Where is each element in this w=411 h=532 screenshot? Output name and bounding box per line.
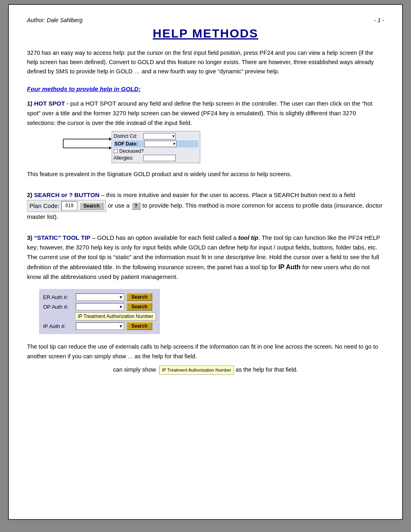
sof-dropdown[interactable]: ▼ xyxy=(144,141,176,147)
op-auth-row: OP Auth #: ▼ Search xyxy=(43,303,156,311)
author-text: Author: Dale Sahlberg xyxy=(27,17,83,23)
sof-dropdown-arrow-icon: ▼ xyxy=(172,142,176,146)
op-search-button[interactable]: Search xyxy=(127,303,152,311)
form-row-allergies: Allergies: xyxy=(114,155,198,161)
sof-label: SOF Date: xyxy=(114,141,143,147)
ip-search-button[interactable]: Search xyxy=(127,322,152,330)
form-row-sof: SOF Date: ▼ xyxy=(114,140,198,148)
district-dropdown[interactable]: ▼ xyxy=(143,133,176,139)
tooltip-row: IP Treatment Authorization Number xyxy=(73,312,156,320)
method-3-bold: IP Auth xyxy=(278,264,301,270)
er-auth-input[interactable]: ▼ xyxy=(76,293,124,301)
method-3-text: – GOLD has an option available for each … xyxy=(92,234,238,241)
tooltip-indicator: … xyxy=(128,353,133,360)
insurance-demo: ER Auth #: ▼ Search OP Auth #: ▼ Search xyxy=(39,289,160,334)
inline-tooltip-example: IP Treatment Authorization Number xyxy=(159,366,234,375)
deceased-checkbox[interactable] xyxy=(114,149,118,153)
method-1-text: - put a HOT SPOT around any field and de… xyxy=(27,100,372,126)
method-2-text2: or use a xyxy=(108,202,129,209)
er-search-button[interactable]: Search xyxy=(127,293,152,301)
method-3-number: 3) xyxy=(27,234,32,241)
er-auth-row: ER Auth #: ▼ Search xyxy=(43,293,156,301)
tooltip-note-text1: The tool tip can reduce the use of exter… xyxy=(27,343,378,359)
allergies-label: Allergies: xyxy=(114,155,142,161)
method-3-block: 3) “STATIC” TOOL TIP – GOLD has an optio… xyxy=(27,233,384,375)
district-label: District Cd: xyxy=(114,133,142,139)
page-title: HELP METHODS xyxy=(27,27,384,40)
form-row-deceased: Deceased? xyxy=(114,148,198,154)
ip-tooltip-popup: IP Treatment Authorization Number xyxy=(75,312,156,320)
tooltip-centered: can simply show IP Treatment Authorizati… xyxy=(27,365,384,375)
header: Author: Dale Sahlberg - 1 - xyxy=(27,17,384,23)
er-auth-label: ER Auth #: xyxy=(43,294,73,300)
dropdown-arrow-icon: ▼ xyxy=(172,134,175,138)
method-2-number: 2) xyxy=(27,191,32,198)
method-1-label: HOT SPOT xyxy=(34,100,65,107)
search-button[interactable]: Search xyxy=(79,202,104,210)
ip-dropdown-icon: ▼ xyxy=(119,324,123,328)
op-auth-label: OP Auth #: xyxy=(43,304,73,310)
method-2-label: SEARCH or ? BUTTON xyxy=(34,191,100,198)
method-3-title: 3) “STATIC” TOOL TIP – GOLD has an optio… xyxy=(27,233,384,282)
ip-auth-row: IP Auth #: ▼ Search xyxy=(43,322,156,330)
method-3-italic: tool tip xyxy=(238,234,258,241)
method-3-label: “STATIC” TOOL TIP xyxy=(34,234,91,241)
method-1-title: 1) HOT SPOT - put a HOT SPOT around any … xyxy=(27,99,384,128)
op-auth-input[interactable]: ▼ xyxy=(76,303,124,310)
er-dropdown-icon: ▼ xyxy=(119,295,123,299)
method-2-text: – this is more intuitive and easier for … xyxy=(101,191,355,198)
four-methods-heading: Four methods to provide help in GOLD: xyxy=(27,85,384,92)
allergies-input[interactable] xyxy=(143,155,176,161)
intro-paragraph: 3270 has an easy way to access help: put… xyxy=(27,48,384,77)
method-2-block: 2) SEARCH or ? BUTTON – this is more int… xyxy=(27,190,384,222)
plan-code-input[interactable]: 619 xyxy=(61,201,77,210)
search-inline-demo: Plan Code: 619 Search xyxy=(27,200,106,212)
page: Author: Dale Sahlberg - 1 - HELP METHODS… xyxy=(8,4,403,520)
method-1-number: 1) xyxy=(27,100,32,107)
hotspot-note: This feature is prevalent in the Signatu… xyxy=(27,170,384,179)
tooltip-note-text2: as the help for that field. xyxy=(135,353,197,360)
ip-auth-label: IP Auth #: xyxy=(43,323,73,329)
ip-auth-input[interactable]: ▼ xyxy=(76,322,124,330)
page-number: - 1 - xyxy=(374,17,384,23)
op-dropdown-icon: ▼ xyxy=(119,305,123,309)
form-row-district: District Cd: ▼ xyxy=(114,133,198,139)
method-1-block: 1) HOT SPOT - put a HOT SPOT around any … xyxy=(27,99,384,179)
question-button[interactable]: ? xyxy=(131,202,141,210)
method-2-title: 2) SEARCH or ? BUTTON – this is more int… xyxy=(27,190,384,222)
tooltip-note: The tool tip can reduce the use of exter… xyxy=(27,342,384,361)
hotspot-form: District Cd: ▼ SOF Date: ▼ Deceased? xyxy=(112,131,200,163)
hotspot-arrows-svg xyxy=(59,131,112,167)
deceased-label: Deceased? xyxy=(119,148,147,154)
plan-code-label: Plan Code: xyxy=(29,201,59,211)
